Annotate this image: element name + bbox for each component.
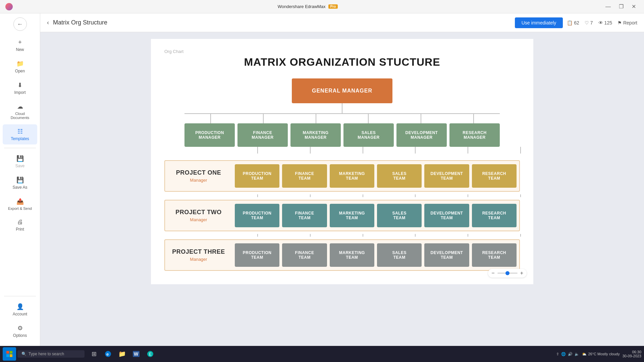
sidebar-item-print[interactable]: 🖨 Print (3, 215, 37, 235)
p2-development-team: DEVELOPMENTTEAM (424, 204, 469, 227)
p3-marketing-team: MARKETINGTEAM (330, 243, 374, 267)
print-icon: 🖨 (17, 219, 23, 226)
project-two-row: PROJECT TWO Manager PRODUCTIONTEAM FINAN… (164, 200, 520, 231)
sidebar-item-options[interactable]: ⚙ Options (3, 321, 37, 341)
network-icon: 🌐 (561, 352, 566, 356)
sidebar-item-new[interactable]: + New (3, 36, 37, 55)
org-title: MATRIX ORGANIZATION STUCTURE (164, 56, 520, 68)
app-title: Wondershare EdrawMax (278, 4, 326, 9)
use-immediately-button[interactable]: Use immediately (515, 17, 563, 28)
sidebar-item-save[interactable]: 💾 Save (3, 152, 37, 172)
saveas-icon: 💾 (16, 176, 24, 184)
p3-production-team: PRODUCTIONTEAM (235, 243, 279, 267)
sidebar-saveas-label: Save As (12, 185, 27, 190)
views-icon: 👁 (598, 20, 603, 25)
minimize-button[interactable]: — (603, 2, 613, 11)
taskbar-app-edge[interactable]: e (101, 347, 115, 361)
sidebar-export-label: Export & Send (8, 206, 32, 210)
svg-rect-3 (10, 354, 12, 357)
sidebar-spacer (0, 236, 40, 293)
sidebar-account-label: Account (13, 312, 27, 316)
sidebar-item-import[interactable]: ⬇ Import (3, 78, 37, 98)
back-button[interactable]: ← (13, 17, 27, 31)
sidebar-item-account[interactable]: 👤 Account (3, 300, 37, 320)
save-icon: 💾 (16, 155, 24, 162)
manager-production: PRODUCTIONMANAGER (184, 123, 235, 147)
search-placeholder: Type here to search (29, 352, 64, 356)
templates-icon: ☷ (17, 128, 23, 135)
likes-icon: ♡ (585, 20, 589, 25)
report-icon: ⚑ (618, 20, 622, 25)
speaker-icon[interactable]: 🔈 (575, 352, 579, 356)
taskbar-app-files[interactable]: 📁 (115, 347, 129, 361)
project-three-name: PROJECT THREE (172, 248, 225, 255)
sidebar-item-saveas[interactable]: 💾 Save As (3, 173, 37, 193)
project-one-row: PROJECT ONE Manager PRODUCTIONTEAM FINAN… (164, 160, 520, 192)
zoom-thumb[interactable] (505, 271, 509, 275)
project-three-teams: PRODUCTIONTEAM FINANCETEAM MARKETINGTEAM… (232, 240, 519, 270)
sidebar-save-label: Save (15, 164, 24, 168)
topbar-back-icon[interactable]: ‹ (47, 19, 49, 26)
chevron-up-icon[interactable]: ⇧ (556, 352, 559, 356)
report-button[interactable]: ⚑ Report (618, 20, 637, 25)
taskbar-search[interactable]: 🔍 Type here to search (17, 350, 85, 358)
p3-development-team: DEVELOPMENTTEAM (424, 243, 469, 267)
date-display: 30-09-2023 (623, 354, 641, 358)
topbar-stats: 📋 62 ♡ 7 👁 125 ⚑ Report (567, 20, 637, 25)
p1-finance-team: FINANCETEAM (282, 164, 327, 188)
weather-text: 26°C Mostly cloudy (588, 352, 620, 356)
taskbar-app-task-view[interactable]: ⊞ (87, 347, 101, 361)
proj-drops (231, 147, 547, 154)
project-two-label: PROJECT TWO Manager (165, 200, 232, 231)
sidebar-item-export[interactable]: 📤 Export & Send (3, 194, 37, 214)
copies-stat: 📋 62 (567, 20, 579, 25)
sidebar: ← + New 📁 Open ⬇ Import ☁ Cloud Document… (0, 13, 40, 346)
copies-count: 62 (574, 20, 579, 25)
taskbar-app-custom[interactable]: E (144, 347, 157, 361)
p2-research-team: RESEARCHTEAM (472, 204, 517, 227)
main-layout: ← + New 📁 Open ⬇ Import ☁ Cloud Document… (0, 13, 644, 346)
sidebar-import-label: Import (14, 90, 25, 95)
sidebar-item-templates[interactable]: ☷ Templates (3, 124, 37, 144)
project-two-name: PROJECT TWO (175, 209, 222, 216)
p1-sales-team: SALESTEAM (377, 164, 422, 188)
weather-info: ⛅ 26°C Mostly cloudy (582, 352, 620, 356)
window-controls: — ❐ ✕ (603, 2, 639, 11)
sidebar-new-label: New (16, 47, 24, 52)
topbar: ‹ Matrix Org Structure Use immediately 📋… (40, 13, 644, 32)
start-button[interactable] (3, 347, 16, 361)
sidebar-cloud-label: Cloud Documents (5, 112, 35, 120)
org-chart: GENERAL MANAGER (164, 78, 520, 271)
zoom-out-button[interactable]: − (491, 270, 494, 276)
p1-development-team: DEVELOPMENTTEAM (424, 164, 469, 188)
maximize-button[interactable]: ❐ (616, 2, 626, 11)
taskbar-right: ⇧ 🌐 🔊 🔈 ⛅ 26°C Mostly cloudy 06:30 30-09… (556, 350, 641, 358)
weather-icon: ⛅ (582, 352, 587, 356)
sidebar-item-open[interactable]: 📁 Open (3, 57, 37, 77)
volume-icon: 🔊 (568, 352, 573, 356)
likes-count: 7 (590, 20, 593, 25)
copies-icon: 📋 (567, 20, 573, 25)
export-icon: 📤 (16, 198, 24, 205)
sidebar-item-cloud[interactable]: ☁ Cloud Documents (3, 100, 37, 123)
zoom-slider[interactable] (497, 273, 518, 274)
manager-marketing: MARKETINGMANAGER (290, 123, 341, 147)
taskbar: 🔍 Type here to search ⊞ e 📁 W E ⇧ 🌐 🔊 🔈 … (0, 346, 644, 362)
zoom-in-button[interactable]: + (520, 270, 523, 276)
zoom-controls: − + (488, 269, 527, 278)
project-two-mgr: Manager (190, 217, 207, 222)
p2-production-team: PRODUCTIONTEAM (235, 204, 279, 227)
content-area: ‹ Matrix Org Structure Use immediately 📋… (40, 13, 644, 346)
manager-sales: SALESMANAGER (343, 123, 394, 147)
sidebar-open-label: Open (15, 69, 25, 73)
views-stat: 👁 125 (598, 20, 612, 25)
close-button[interactable]: ✕ (629, 2, 639, 11)
diagram-canvas: Org Chart MATRIX ORGANIZATION STUCTURE G… (151, 39, 533, 284)
taskbar-time: 06:30 30-09-2023 (623, 350, 641, 358)
taskbar-app-word[interactable]: W (129, 347, 143, 361)
svg-rect-1 (10, 351, 12, 354)
search-icon: 🔍 (21, 352, 26, 356)
p1-research-team: RESEARCHTEAM (472, 164, 517, 188)
sidebar-print-label: Print (16, 227, 24, 232)
diagram-area[interactable]: Org Chart MATRIX ORGANIZATION STUCTURE G… (40, 32, 644, 346)
